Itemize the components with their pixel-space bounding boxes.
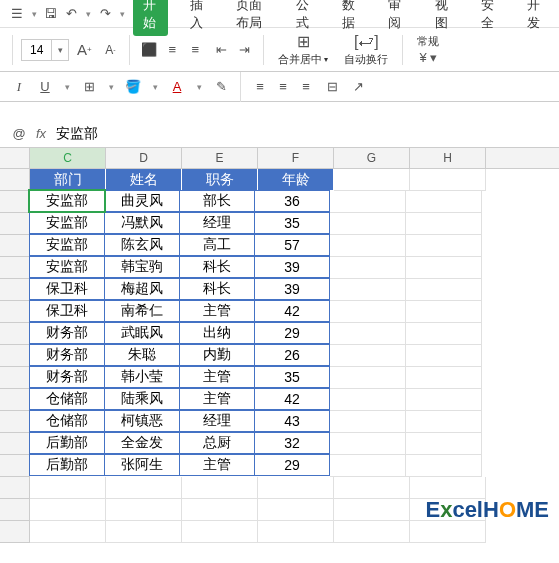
dropdown-icon[interactable]: ▾ bbox=[60, 82, 74, 92]
empty-cell[interactable] bbox=[406, 235, 482, 257]
empty-cell[interactable] bbox=[258, 499, 334, 521]
row-header[interactable] bbox=[0, 345, 30, 367]
column-header-e[interactable]: E bbox=[182, 148, 258, 168]
tab-page-layout[interactable]: 页面布局 bbox=[226, 0, 274, 36]
empty-cell[interactable] bbox=[410, 477, 486, 499]
row-header[interactable] bbox=[0, 477, 30, 499]
table-cell[interactable]: 韩小莹 bbox=[104, 366, 180, 388]
tab-formula[interactable]: 公式 bbox=[286, 0, 320, 36]
decrease-indent-icon[interactable]: ⇤ bbox=[210, 39, 232, 61]
tab-security[interactable]: 安全 bbox=[471, 0, 505, 36]
empty-cell[interactable] bbox=[406, 345, 482, 367]
align-top-icon[interactable]: ⬛ bbox=[138, 39, 160, 61]
empty-cell[interactable] bbox=[106, 521, 182, 543]
table-cell[interactable]: 安监部 bbox=[29, 234, 105, 256]
underline-button[interactable]: U bbox=[34, 76, 56, 98]
border-button[interactable]: ⊞ bbox=[78, 76, 100, 98]
empty-cell[interactable] bbox=[30, 499, 106, 521]
column-header-h[interactable]: H bbox=[410, 148, 486, 168]
table-cell[interactable]: 财务部 bbox=[29, 322, 105, 344]
empty-cell[interactable] bbox=[330, 367, 406, 389]
table-cell[interactable]: 韩宝驹 bbox=[104, 256, 180, 278]
empty-cell[interactable] bbox=[182, 499, 258, 521]
align-bottom-icon[interactable]: ≡ bbox=[184, 39, 206, 61]
italic-button[interactable]: I bbox=[8, 76, 30, 98]
empty-cell[interactable] bbox=[410, 521, 486, 543]
dropdown-icon[interactable]: ▾ bbox=[83, 9, 94, 19]
dropdown-icon[interactable]: ▾ bbox=[104, 82, 118, 92]
empty-cell[interactable] bbox=[330, 191, 406, 213]
tab-view[interactable]: 视图 bbox=[425, 0, 459, 36]
tab-start[interactable]: 开始 bbox=[133, 0, 167, 36]
table-cell[interactable]: 42 bbox=[254, 388, 330, 410]
table-cell[interactable]: 42 bbox=[254, 300, 330, 322]
dropdown-icon[interactable]: ▾ bbox=[148, 82, 162, 92]
align-right-icon[interactable]: ≡ bbox=[295, 76, 317, 98]
table-cell[interactable]: 高工 bbox=[179, 234, 255, 256]
save-icon[interactable]: 🖫 bbox=[42, 3, 61, 25]
table-cell[interactable]: 主管 bbox=[179, 388, 255, 410]
merge-across-icon[interactable]: ⊟ bbox=[321, 76, 343, 98]
empty-cell[interactable] bbox=[334, 521, 410, 543]
table-cell[interactable]: 出纳 bbox=[179, 322, 255, 344]
empty-cell[interactable] bbox=[106, 477, 182, 499]
row-header[interactable] bbox=[0, 455, 30, 477]
row-header[interactable] bbox=[0, 389, 30, 411]
empty-cell[interactable] bbox=[406, 411, 482, 433]
table-cell[interactable]: 57 bbox=[254, 234, 330, 256]
empty-cell[interactable] bbox=[406, 257, 482, 279]
wrap-text-button[interactable]: [⮐] 自动换行 bbox=[338, 33, 394, 67]
empty-cell[interactable] bbox=[334, 477, 410, 499]
row-header[interactable] bbox=[0, 301, 30, 323]
table-cell[interactable]: 仓储部 bbox=[29, 410, 105, 432]
tab-developer[interactable]: 开发 bbox=[517, 0, 551, 36]
align-middle-icon[interactable]: ≡ bbox=[161, 39, 183, 61]
empty-cell[interactable] bbox=[330, 213, 406, 235]
empty-cell[interactable] bbox=[106, 499, 182, 521]
table-cell[interactable]: 保卫科 bbox=[29, 278, 105, 300]
table-cell[interactable]: 39 bbox=[254, 256, 330, 278]
select-all-corner[interactable] bbox=[0, 148, 30, 168]
empty-cell[interactable] bbox=[330, 455, 406, 477]
chevron-down-icon[interactable]: ▾ bbox=[51, 40, 68, 60]
merge-center-button[interactable]: ⊞ 合并居中▾ bbox=[272, 32, 334, 67]
empty-cell[interactable] bbox=[406, 213, 482, 235]
table-header-cell[interactable]: 职务 bbox=[182, 169, 258, 191]
empty-cell[interactable] bbox=[330, 323, 406, 345]
column-header-d[interactable]: D bbox=[106, 148, 182, 168]
table-cell[interactable]: 主管 bbox=[179, 366, 255, 388]
decrease-font-button[interactable]: A- bbox=[99, 39, 121, 61]
table-cell[interactable]: 张阿生 bbox=[104, 454, 180, 476]
empty-cell[interactable] bbox=[406, 389, 482, 411]
empty-cell[interactable] bbox=[330, 279, 406, 301]
table-cell[interactable]: 财务部 bbox=[29, 366, 105, 388]
cells-area[interactable]: 部门姓名职务年龄安监部曲灵风部长36安监部冯默风经理35安监部陈玄风高工57安监… bbox=[30, 169, 486, 543]
table-cell[interactable]: 陆乘风 bbox=[104, 388, 180, 410]
table-cell[interactable]: 朱聪 bbox=[104, 344, 180, 366]
fx-button[interactable]: fx bbox=[36, 126, 46, 141]
table-cell[interactable]: 全金发 bbox=[104, 432, 180, 454]
increase-indent-icon[interactable]: ⇥ bbox=[233, 39, 255, 61]
empty-cell[interactable] bbox=[406, 301, 482, 323]
table-cell[interactable]: 总厨 bbox=[179, 432, 255, 454]
empty-cell[interactable] bbox=[406, 433, 482, 455]
table-cell[interactable]: 保卫科 bbox=[29, 300, 105, 322]
increase-font-button[interactable]: A+ bbox=[73, 39, 95, 61]
row-header[interactable] bbox=[0, 191, 30, 213]
empty-cell[interactable] bbox=[330, 257, 406, 279]
table-cell[interactable]: 冯默风 bbox=[104, 212, 180, 234]
empty-cell[interactable] bbox=[406, 191, 482, 213]
font-color-button[interactable]: A bbox=[166, 76, 188, 98]
table-cell[interactable]: 安监部 bbox=[29, 256, 105, 278]
empty-cell[interactable] bbox=[406, 367, 482, 389]
table-header-cell[interactable]: 年龄 bbox=[258, 169, 334, 191]
dropdown-icon[interactable]: ▾ bbox=[117, 9, 128, 19]
fill-color-button[interactable]: 🪣 bbox=[122, 76, 144, 98]
row-header[interactable] bbox=[0, 433, 30, 455]
table-cell[interactable]: 主管 bbox=[179, 300, 255, 322]
empty-cell[interactable] bbox=[330, 411, 406, 433]
table-cell[interactable]: 26 bbox=[254, 344, 330, 366]
empty-cell[interactable] bbox=[406, 279, 482, 301]
column-header-c[interactable]: C bbox=[30, 148, 106, 168]
number-format-button[interactable]: 常规 ¥ ▾ bbox=[411, 34, 445, 65]
